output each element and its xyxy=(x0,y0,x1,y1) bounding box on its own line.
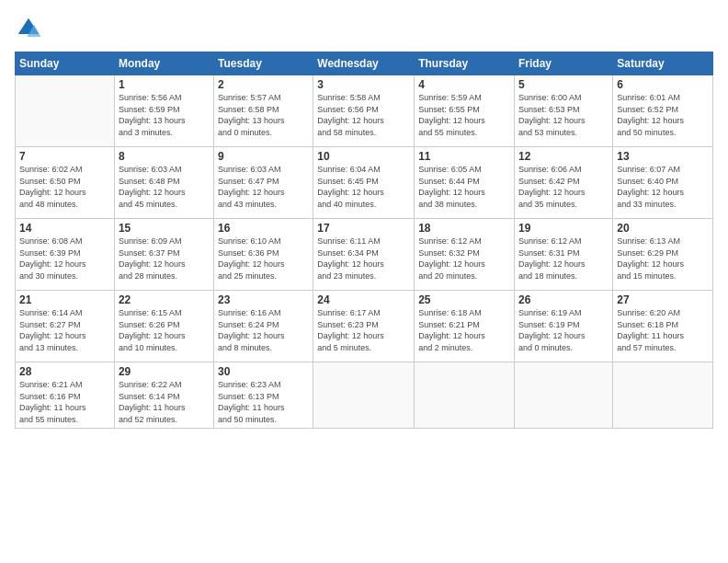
weekday-header-wednesday: Wednesday xyxy=(313,52,415,75)
calendar: SundayMondayTuesdayWednesdayThursdayFrid… xyxy=(15,52,713,429)
calendar-header-row: SundayMondayTuesdayWednesdayThursdayFrid… xyxy=(16,52,713,75)
calendar-cell: 7Sunrise: 6:02 AM Sunset: 6:50 PM Daylig… xyxy=(16,147,115,219)
day-number: 4 xyxy=(418,78,510,91)
weekday-header-tuesday: Tuesday xyxy=(214,52,313,75)
day-info: Sunrise: 6:20 AM Sunset: 6:18 PM Dayligh… xyxy=(617,307,709,353)
day-number: 15 xyxy=(119,222,210,235)
day-number: 17 xyxy=(317,222,410,235)
weekday-header-sunday: Sunday xyxy=(16,52,115,75)
calendar-cell: 4Sunrise: 5:59 AM Sunset: 6:55 PM Daylig… xyxy=(415,75,515,147)
calendar-cell: 17Sunrise: 6:11 AM Sunset: 6:34 PM Dayli… xyxy=(313,219,415,291)
weekday-header-thursday: Thursday xyxy=(415,52,515,75)
day-number: 6 xyxy=(617,78,709,91)
day-info: Sunrise: 6:07 AM Sunset: 6:40 PM Dayligh… xyxy=(617,164,709,210)
calendar-week-1: 1Sunrise: 5:56 AM Sunset: 6:59 PM Daylig… xyxy=(16,75,713,147)
calendar-cell: 13Sunrise: 6:07 AM Sunset: 6:40 PM Dayli… xyxy=(613,147,713,219)
calendar-cell: 5Sunrise: 6:00 AM Sunset: 6:53 PM Daylig… xyxy=(515,75,613,147)
day-info: Sunrise: 6:18 AM Sunset: 6:21 PM Dayligh… xyxy=(418,307,510,353)
logo xyxy=(15,15,44,42)
day-info: Sunrise: 6:08 AM Sunset: 6:39 PM Dayligh… xyxy=(19,236,110,282)
day-info: Sunrise: 6:05 AM Sunset: 6:44 PM Dayligh… xyxy=(418,164,510,210)
logo-icon xyxy=(15,15,42,42)
day-info: Sunrise: 6:01 AM Sunset: 6:52 PM Dayligh… xyxy=(617,92,709,138)
day-info: Sunrise: 6:16 AM Sunset: 6:24 PM Dayligh… xyxy=(218,307,309,353)
day-number: 1 xyxy=(119,78,210,91)
calendar-cell: 24Sunrise: 6:17 AM Sunset: 6:23 PM Dayli… xyxy=(313,291,415,362)
day-number: 7 xyxy=(19,150,110,163)
calendar-cell: 11Sunrise: 6:05 AM Sunset: 6:44 PM Dayli… xyxy=(415,147,515,219)
calendar-cell: 12Sunrise: 6:06 AM Sunset: 6:42 PM Dayli… xyxy=(515,147,613,219)
day-info: Sunrise: 6:23 AM Sunset: 6:13 PM Dayligh… xyxy=(218,379,309,425)
day-number: 26 xyxy=(518,293,609,306)
day-info: Sunrise: 6:13 AM Sunset: 6:29 PM Dayligh… xyxy=(617,236,709,282)
calendar-cell: 3Sunrise: 5:58 AM Sunset: 6:56 PM Daylig… xyxy=(313,75,415,147)
calendar-cell: 1Sunrise: 5:56 AM Sunset: 6:59 PM Daylig… xyxy=(114,75,213,147)
calendar-cell: 30Sunrise: 6:23 AM Sunset: 6:13 PM Dayli… xyxy=(214,362,313,429)
day-number: 25 xyxy=(418,293,510,306)
day-number: 23 xyxy=(218,293,309,306)
day-number: 2 xyxy=(218,78,309,91)
day-info: Sunrise: 6:17 AM Sunset: 6:23 PM Dayligh… xyxy=(317,307,410,353)
day-info: Sunrise: 6:02 AM Sunset: 6:50 PM Dayligh… xyxy=(19,164,110,210)
calendar-cell xyxy=(515,362,613,429)
calendar-cell: 20Sunrise: 6:13 AM Sunset: 6:29 PM Dayli… xyxy=(613,219,713,291)
day-number: 22 xyxy=(119,293,210,306)
calendar-cell xyxy=(613,362,713,429)
day-info: Sunrise: 5:58 AM Sunset: 6:56 PM Dayligh… xyxy=(317,92,410,138)
calendar-cell xyxy=(16,75,115,147)
day-info: Sunrise: 6:06 AM Sunset: 6:42 PM Dayligh… xyxy=(518,164,609,210)
day-number: 5 xyxy=(518,78,609,91)
day-info: Sunrise: 6:11 AM Sunset: 6:34 PM Dayligh… xyxy=(317,236,410,282)
day-number: 14 xyxy=(19,222,110,235)
calendar-cell: 19Sunrise: 6:12 AM Sunset: 6:31 PM Dayli… xyxy=(515,219,613,291)
day-number: 24 xyxy=(317,293,410,306)
calendar-cell: 28Sunrise: 6:21 AM Sunset: 6:16 PM Dayli… xyxy=(16,362,115,429)
day-info: Sunrise: 6:21 AM Sunset: 6:16 PM Dayligh… xyxy=(19,379,110,425)
calendar-week-2: 7Sunrise: 6:02 AM Sunset: 6:50 PM Daylig… xyxy=(16,147,713,219)
calendar-week-4: 21Sunrise: 6:14 AM Sunset: 6:27 PM Dayli… xyxy=(16,291,713,362)
day-number: 10 xyxy=(317,150,410,163)
calendar-cell: 21Sunrise: 6:14 AM Sunset: 6:27 PM Dayli… xyxy=(16,291,115,362)
day-info: Sunrise: 5:59 AM Sunset: 6:55 PM Dayligh… xyxy=(418,92,510,138)
day-info: Sunrise: 6:03 AM Sunset: 6:48 PM Dayligh… xyxy=(119,164,210,210)
page: SundayMondayTuesdayWednesdayThursdayFrid… xyxy=(0,0,728,563)
calendar-cell: 8Sunrise: 6:03 AM Sunset: 6:48 PM Daylig… xyxy=(114,147,213,219)
calendar-cell: 22Sunrise: 6:15 AM Sunset: 6:26 PM Dayli… xyxy=(114,291,213,362)
day-number: 18 xyxy=(418,222,510,235)
calendar-cell: 15Sunrise: 6:09 AM Sunset: 6:37 PM Dayli… xyxy=(114,219,213,291)
day-info: Sunrise: 6:10 AM Sunset: 6:36 PM Dayligh… xyxy=(218,236,309,282)
day-number: 12 xyxy=(518,150,609,163)
calendar-week-5: 28Sunrise: 6:21 AM Sunset: 6:16 PM Dayli… xyxy=(16,362,713,429)
day-number: 20 xyxy=(617,222,709,235)
calendar-cell: 25Sunrise: 6:18 AM Sunset: 6:21 PM Dayli… xyxy=(415,291,515,362)
weekday-header-monday: Monday xyxy=(114,52,213,75)
day-info: Sunrise: 6:12 AM Sunset: 6:31 PM Dayligh… xyxy=(518,236,609,282)
day-number: 8 xyxy=(119,150,210,163)
day-number: 11 xyxy=(418,150,510,163)
day-number: 29 xyxy=(119,365,210,378)
day-info: Sunrise: 6:19 AM Sunset: 6:19 PM Dayligh… xyxy=(518,307,609,353)
calendar-cell: 16Sunrise: 6:10 AM Sunset: 6:36 PM Dayli… xyxy=(214,219,313,291)
weekday-header-saturday: Saturday xyxy=(613,52,713,75)
day-info: Sunrise: 6:15 AM Sunset: 6:26 PM Dayligh… xyxy=(119,307,210,353)
day-number: 13 xyxy=(617,150,709,163)
calendar-week-3: 14Sunrise: 6:08 AM Sunset: 6:39 PM Dayli… xyxy=(16,219,713,291)
calendar-cell: 26Sunrise: 6:19 AM Sunset: 6:19 PM Dayli… xyxy=(515,291,613,362)
day-number: 27 xyxy=(617,293,709,306)
day-info: Sunrise: 6:12 AM Sunset: 6:32 PM Dayligh… xyxy=(418,236,510,282)
calendar-cell: 9Sunrise: 6:03 AM Sunset: 6:47 PM Daylig… xyxy=(214,147,313,219)
day-number: 3 xyxy=(317,78,410,91)
day-number: 9 xyxy=(218,150,309,163)
calendar-cell: 2Sunrise: 5:57 AM Sunset: 6:58 PM Daylig… xyxy=(214,75,313,147)
calendar-cell: 18Sunrise: 6:12 AM Sunset: 6:32 PM Dayli… xyxy=(415,219,515,291)
calendar-cell: 6Sunrise: 6:01 AM Sunset: 6:52 PM Daylig… xyxy=(613,75,713,147)
day-number: 28 xyxy=(19,365,110,378)
calendar-cell: 29Sunrise: 6:22 AM Sunset: 6:14 PM Dayli… xyxy=(114,362,213,429)
day-info: Sunrise: 6:03 AM Sunset: 6:47 PM Dayligh… xyxy=(218,164,309,210)
calendar-cell xyxy=(415,362,515,429)
calendar-cell: 27Sunrise: 6:20 AM Sunset: 6:18 PM Dayli… xyxy=(613,291,713,362)
day-number: 30 xyxy=(218,365,309,378)
calendar-cell: 10Sunrise: 6:04 AM Sunset: 6:45 PM Dayli… xyxy=(313,147,415,219)
day-info: Sunrise: 5:56 AM Sunset: 6:59 PM Dayligh… xyxy=(119,92,210,138)
day-number: 16 xyxy=(218,222,309,235)
